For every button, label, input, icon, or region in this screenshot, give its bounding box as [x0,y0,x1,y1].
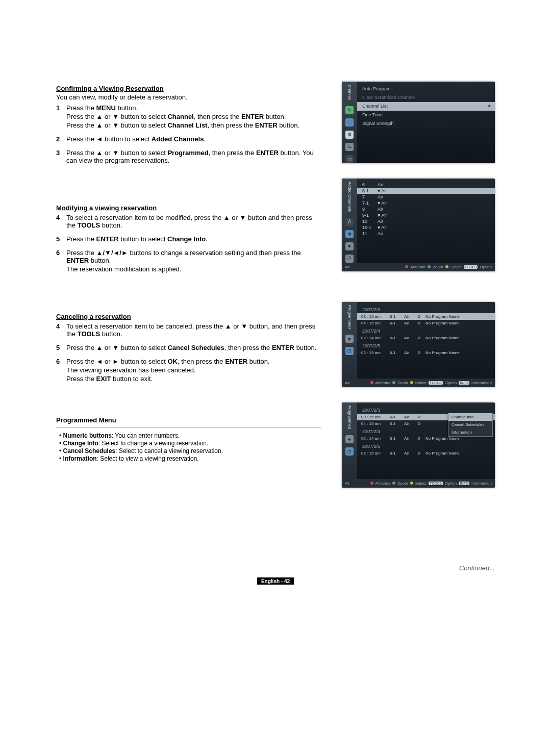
green-dot-icon [392,482,395,485]
plug-icon: ⇋ [345,143,354,151]
step: 6Press the ◄ or ► button to select OK, t… [56,358,321,384]
step-text: To select a reservation item to be cance… [66,322,321,339]
step: 1Press the MENU button.Press the ▲ or ▼ … [56,104,321,130]
channel-row[interactable]: 6Air [357,182,495,188]
red-dot-icon [370,482,373,485]
star-icon: ★ [345,230,354,238]
tv2-footer: Air Antenna Zoom Select TOOLSOption [342,263,495,271]
pm-item: • Cancel Schedules: Select to cancel a v… [59,447,318,455]
continued-label: Continued... [56,564,495,572]
red-dot-icon [370,381,373,384]
menu-item[interactable]: Signal Strength [357,119,495,128]
tv-added-channels: Added Channels A ★ ♥ ⏱ 6Air6-1♥ Air7Air7… [342,179,495,271]
step-number: 4 [56,322,66,339]
info-key-icon: INFO [459,381,469,385]
yellow-dot-icon [410,482,413,485]
tv3-foot-left: Air [345,381,350,385]
step-text: Press the ▲ or ▼ button to select Progra… [66,149,321,165]
step-text: Press the MENU button.Press the ▲ or ▼ b… [66,104,321,130]
step: 3Press the ▲ or ▼ button to select Progr… [56,149,321,165]
section2-title: Modifying a viewing reservation [56,204,321,212]
tv1-side-label: Channel [347,85,352,100]
section2-steps: 4To select a reservation item to be modi… [56,214,321,274]
date-header: 2007/2/3 [357,305,495,313]
programmed-row[interactable]: 02 : 14 am6-1Air⊘No Program Name [357,335,495,341]
section1-steps: 1Press the MENU button.Press the ▲ or ▼ … [56,104,321,165]
step-number: 4 [56,214,66,230]
channel-row[interactable]: 10-1♥ Air [357,224,495,231]
tv-programmed-context: Programmed ♥ ⏱ Change InfoCancel Schedul… [342,402,495,488]
tv4-footer: Air Antenna Zoom Select TOOLSOption INFO… [342,479,495,488]
card-icon: ▭ [345,155,354,163]
programmed-menu-title: Programmed Menu [56,416,321,424]
channel-row[interactable]: 9-1♥ Air [357,212,495,218]
context-menu-item[interactable]: Change Info [448,413,492,421]
tv4-foot-left: Air [345,481,350,486]
step-number: 5 [56,235,66,244]
menu-item[interactable]: Channel List [357,102,495,111]
step-number: 1 [56,104,66,130]
tools-key-icon: TOOLS [429,381,443,385]
section3-steps: 4To select a reservation item to be canc… [56,322,321,384]
tv-programmed-list: Programmed ♥ ⏱ 2007/2/303 : 15 am6-1Air⊘… [342,302,495,387]
programmed-row[interactable]: 02 : 15 am6-1Air⊘No Program Name [357,450,495,457]
green-dot-icon [392,381,395,384]
tv-channel-menu: Channel ↻ ◌ ⚙ ⇋ ▭ Auto ProgramClear Scra… [342,82,495,163]
tv3-side-label: Programmed [347,305,352,329]
step-number: 2 [56,135,66,144]
section1-intro: You can view, modify or delete a reserva… [56,93,321,101]
tools-key-icon: TOOLS [464,265,478,269]
menu-item[interactable]: Clear Scrambled Channel [357,93,495,102]
step-text: Press the ◄ or ► button to select OK, th… [66,358,321,384]
settings-icon: ⚙ [345,131,354,139]
channel-row[interactable]: 11Air [357,231,495,237]
step-text: To select a reservation item to be modif… [66,214,321,230]
refresh-icon: ↻ [345,106,354,114]
tv2-foot-left: Air [345,265,350,269]
channel-row[interactable]: 7Air [357,194,495,200]
date-header: 2007/2/5 [357,341,495,349]
tv3-footer: Air Antenna Zoom Select TOOLSOption INFO… [342,379,495,387]
context-menu[interactable]: Change InfoCancel SchedulesInformation [448,413,493,437]
channel-row[interactable]: 10Air [357,218,495,224]
date-header: 2007/2/5 [357,442,495,450]
pm-item: • Change Info: Select to change a viewin… [59,440,318,447]
red-dot-icon [405,265,408,268]
context-menu-item[interactable]: Cancel Schedules [448,421,492,429]
all-icon: A [345,218,354,226]
menu-item[interactable]: Fine Tune [357,111,495,119]
step: 6Press the ▲/▼/◄/► buttons to change a r… [56,249,321,274]
info-key-icon: INFO [459,482,469,485]
step-text: Press the ▲ or ▼ button to select Cancel… [66,344,321,352]
tv4-side-label: Programmed [347,406,352,429]
section1-title: Confirming a Viewing Reservation [56,85,321,92]
programmed-row[interactable]: 03 : 15 am6-1Air⊘No Program Name [357,313,495,320]
step: 4To select a reservation item to be canc… [56,322,321,339]
step-number: 6 [56,358,66,384]
green-dot-icon [428,265,431,268]
step: 5Press the ▲ or ▼ button to select Cance… [56,344,321,352]
heart-icon: ♥ [345,435,354,443]
step-number: 5 [56,344,66,352]
step: 4To select a reservation item to be modi… [56,214,321,230]
section3-title: Canceling a reservation [56,313,321,320]
date-header: 2007/2/4 [357,326,495,335]
programmed-row[interactable]: 02 : 15 am6-1Air⊘No Program Name [357,349,495,356]
context-menu-item[interactable]: Information [448,429,492,436]
programmed-row[interactable]: 04 : 15 am6-1Air⊘No Program Name [357,320,495,326]
programmed-menu-box: • Numeric buttons: You can enter numbers… [56,427,321,467]
channel-row[interactable]: 6-1♥ Air [357,188,495,194]
page-number-tag: English - 42 [257,577,294,585]
step-text: Press the ▲/▼/◄/► buttons to change a re… [66,249,321,274]
step: 2Press the ◄ button to select Added Chan… [56,135,321,144]
channel-icon: ◌ [345,118,354,127]
step-number: 6 [56,249,66,274]
menu-item[interactable]: Auto Program [357,85,495,93]
tools-key-icon: TOOLS [429,482,443,485]
channel-row[interactable]: 7-1♥ Air [357,200,495,206]
page-number: English - 42 [56,577,495,585]
channel-row[interactable]: 9Air [357,206,495,212]
tv2-side-label: Added Channels [347,182,352,212]
pm-item: • Information: Select to view a viewing … [59,455,318,462]
heart-icon: ♥ [345,335,354,343]
